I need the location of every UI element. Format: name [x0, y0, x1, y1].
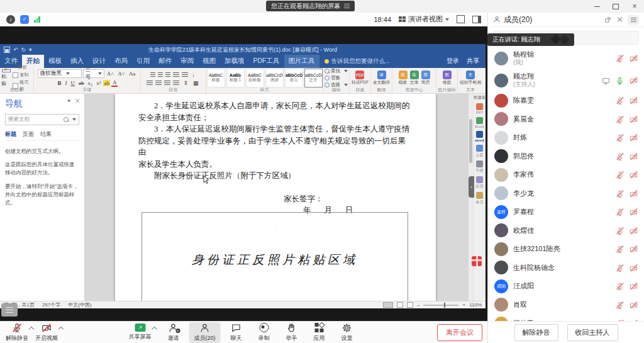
member-row[interactable]: 陈嘉雯: [488, 91, 644, 110]
cut-button[interactable]: ✂剪切: [13, 64, 32, 70]
resource-item[interactable]: Excel: [475, 117, 484, 128]
mic-icon[interactable]: [616, 208, 624, 216]
resource-item[interactable]: 会员: [475, 192, 483, 205]
mic-icon[interactable]: [616, 54, 624, 62]
borders-icon[interactable]: ▦: [192, 80, 200, 86]
member-row[interactable]: 生科院杨德念: [488, 259, 644, 278]
member-row[interactable]: 嘉程 罗嘉程: [488, 203, 644, 222]
record-button[interactable]: 录制: [252, 322, 276, 343]
language-indicator[interactable]: 中文(中国): [68, 301, 91, 308]
share-banner[interactable]: 您正在观看顾志翔的屏幕: [266, 1, 355, 11]
member-row[interactable]: 肖双: [488, 296, 644, 315]
align-right-icon[interactable]: [164, 81, 170, 86]
document-canvas[interactable]: 2．学生延迟返校系本人自愿申请，家长同意，本人对学生延迟返校期间的安全承担主体责…: [85, 94, 473, 301]
library-button[interactable]: 库文库: [410, 69, 419, 87]
subscript-button[interactable]: x₂: [87, 80, 94, 86]
start-video-button[interactable]: 开启视频: [35, 322, 58, 343]
convert-pdf-button[interactable]: PDF转成PDF: [352, 69, 369, 87]
side-panel-layout-icon[interactable]: [472, 16, 481, 23]
replace-button[interactable]: 替换: [325, 75, 348, 81]
web-layout-icon[interactable]: [407, 302, 413, 308]
superscript-button[interactable]: x²: [95, 80, 102, 86]
apps-button[interactable]: 应用: [308, 322, 331, 343]
mic-icon[interactable]: [616, 264, 624, 272]
share-options-chevron[interactable]: [152, 327, 157, 332]
style-chip[interactable]: AaBb 标题 1: [226, 69, 245, 87]
member-row[interactable]: 李家伟: [488, 166, 644, 184]
member-row[interactable]: 欧熠佳: [488, 222, 644, 240]
camera-off-icon[interactable]: [630, 227, 638, 235]
raise-hand-button[interactable]: 举手: [280, 322, 304, 343]
line-spacing-icon[interactable]: ⇕: [182, 80, 189, 86]
zoom-level[interactable]: 110%: [469, 302, 482, 308]
sort-icon[interactable]: ↓: [191, 72, 196, 78]
camera-off-icon[interactable]: [630, 133, 638, 142]
zoom-slider[interactable]: [423, 305, 458, 306]
reclaim-host-button[interactable]: 收回主持人: [567, 324, 618, 341]
resume-button[interactable]: 简简历: [421, 69, 430, 87]
mic-icon[interactable]: [616, 245, 624, 253]
mic-icon[interactable]: [616, 152, 624, 160]
security-shield-icon[interactable]: ✓: [20, 15, 29, 24]
sign-in-button[interactable]: 登录: [447, 57, 459, 65]
ribbon-tab[interactable]: 图片工具: [284, 55, 319, 68]
camera-off-icon[interactable]: [630, 96, 638, 104]
style-chip[interactable]: AaBbCcDd 强调: [265, 69, 284, 87]
gift-icon[interactable]: [472, 256, 482, 266]
decrease-indent-icon[interactable]: [173, 72, 179, 77]
change-case-button[interactable]: Aa: [128, 70, 137, 77]
camera-off-icon[interactable]: [630, 189, 638, 198]
camera-off-icon[interactable]: [630, 301, 638, 309]
mic-icon[interactable]: [616, 76, 624, 84]
style-chip[interactable]: AaBbCcDd 正文: [304, 69, 323, 87]
nav-tab[interactable]: 结果: [40, 130, 52, 138]
floating-menu-button[interactable]: [1, 303, 18, 317]
ribbon-tab[interactable]: 视图: [198, 55, 220, 68]
grow-font-button[interactable]: A˄: [106, 70, 116, 77]
style-chip[interactable]: AaBbC 副标题: [246, 69, 264, 87]
paragraph-buttons-row2[interactable]: ⇕ ▦: [147, 80, 199, 86]
member-list[interactable]: 杨程锦 (我) 顾志翔 (主持人): [488, 47, 644, 321]
resource-item[interactable]: PPT: [476, 103, 484, 115]
word-count[interactable]: 257个字: [42, 301, 60, 308]
copy-button[interactable]: 复制: [13, 72, 32, 78]
fullscreen-icon[interactable]: [457, 15, 465, 23]
share-document-button[interactable]: 共享: [467, 57, 479, 65]
camera-off-icon[interactable]: [630, 54, 638, 62]
member-row[interactable]: 李少龙: [488, 184, 644, 203]
photo-edit-button[interactable]: 图修图: [443, 69, 452, 87]
invite-button[interactable]: + 邀请: [162, 322, 186, 343]
shrink-font-button[interactable]: A˅: [116, 70, 126, 77]
paste-button[interactable]: 粘贴: [1, 69, 11, 87]
increase-indent-icon[interactable]: [182, 72, 188, 77]
camera-off-icon[interactable]: [630, 264, 638, 272]
align-left-icon[interactable]: [147, 81, 153, 86]
tell-me-box[interactable]: 告诉我您想要做什么...: [319, 57, 395, 68]
camera-off-icon[interactable]: [630, 282, 638, 290]
unmute-all-button[interactable]: 解除静音: [514, 324, 558, 341]
nav-close-icon[interactable]: [75, 98, 80, 103]
member-row[interactable]: 成阳 汪成阳: [488, 277, 644, 296]
nav-tab[interactable]: 页面: [23, 130, 34, 138]
mic-icon[interactable]: [616, 96, 624, 104]
bold-button[interactable]: B: [57, 80, 63, 86]
zoom-in-button[interactable]: +: [462, 302, 465, 308]
camera-off-icon[interactable]: [630, 171, 638, 179]
mic-icon[interactable]: [616, 115, 624, 123]
minimize-button[interactable]: [587, 0, 606, 13]
align-center-icon[interactable]: [155, 81, 162, 86]
info-icon[interactable]: i: [6, 15, 15, 24]
ribbon-tab[interactable]: 审阅: [176, 55, 198, 68]
member-row[interactable]: 郭思佟: [488, 147, 644, 166]
banner-menu-icon[interactable]: [344, 4, 350, 8]
resource-item[interactable]: word: [475, 131, 484, 142]
camera-off-icon[interactable]: [630, 208, 638, 216]
font-size-select[interactable]: 三号: [83, 69, 104, 78]
member-row[interactable]: 熊佳豪: [488, 314, 644, 321]
mic-icon[interactable]: [616, 301, 624, 309]
mic-icon[interactable]: [616, 227, 624, 235]
camera-off-icon[interactable]: [630, 115, 638, 123]
share-screen-button[interactable]: 共享屏幕: [128, 322, 152, 343]
bullet-list-icon[interactable]: [150, 72, 155, 77]
mic-icon[interactable]: [616, 133, 624, 142]
